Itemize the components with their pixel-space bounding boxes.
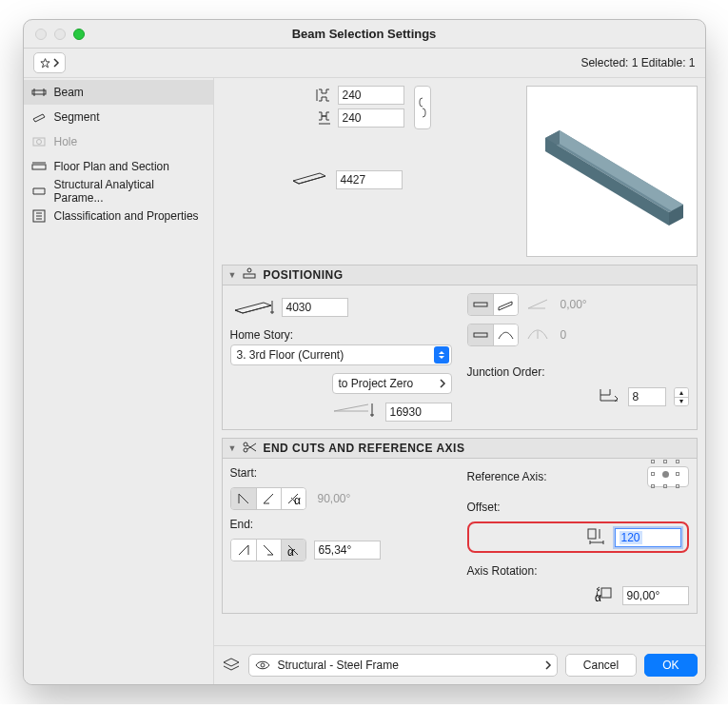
svg-marker-14 (545, 138, 669, 226)
profile-height-icon (317, 88, 332, 103)
section-positioning-header[interactable]: ▼ POSITIONING (222, 265, 698, 285)
length-input[interactable]: 4427 (336, 170, 403, 189)
axis-rotation-input[interactable]: 90,00° (622, 586, 689, 605)
slant-angle-icon (526, 297, 549, 313)
offset-input[interactable]: 120 (615, 528, 681, 547)
start-vertical-cut[interactable] (231, 488, 256, 509)
selection-status: Selected: 1 Editable: 1 (580, 56, 695, 69)
profile-width-icon (317, 110, 332, 126)
segment-icon (31, 109, 47, 125)
start-perp-cut[interactable] (256, 488, 281, 509)
reference-axis-anchor[interactable] (647, 466, 689, 487)
svg-rect-5 (32, 165, 46, 169)
elevation-input[interactable]: 4030 (282, 298, 348, 317)
end-custom-cut[interactable]: α (281, 540, 305, 560)
beam-shape-toggle[interactable] (467, 293, 519, 316)
titlebar: Beam Selection Settings (24, 20, 705, 49)
start-angle-input: 90,00° (314, 489, 381, 508)
svg-rect-26 (601, 588, 611, 598)
link-dims-button[interactable] (414, 86, 431, 129)
favorites-button[interactable] (33, 52, 66, 73)
curved-plan-option[interactable] (493, 324, 518, 345)
section-endcuts-header[interactable]: ▼ END CUTS AND REFERENCE AXIS (222, 438, 698, 459)
layer-select[interactable]: Structural - Steel Frame (248, 654, 558, 677)
beam-plan-toggle[interactable] (467, 324, 519, 346)
end-angle-input[interactable]: 65,34° (314, 541, 381, 560)
length-icon (288, 167, 330, 191)
start-cut-type-toggle[interactable]: α (230, 487, 306, 510)
anchor-grid-icon (651, 460, 685, 494)
positioning-icon (242, 267, 257, 284)
traffic-lights (35, 29, 85, 40)
straight-plan-option[interactable] (468, 324, 493, 345)
sidebar-item-classification[interactable]: Classification and Properties (24, 204, 213, 228)
beam-icon (31, 85, 47, 100)
home-story-label: Home Story: (230, 328, 452, 342)
svg-point-20 (244, 442, 247, 446)
offset-icon (586, 527, 607, 547)
sidebar-item-beam[interactable]: Beam (24, 80, 213, 105)
sidebar-item-structural[interactable]: Structural Analytical Parame... (24, 179, 213, 204)
height-input[interactable]: 240 (338, 86, 404, 105)
sidebar-item-label: Segment (54, 110, 100, 124)
eye-icon (255, 659, 270, 671)
select-caret-icon (434, 346, 449, 364)
svg-point-21 (244, 448, 247, 452)
sidebar: Beam Segment Hole Floor Plan and Section… (24, 78, 214, 684)
end-perp-cut[interactable] (256, 540, 281, 560)
reference-axis-label: Reference Axis: (467, 470, 547, 483)
disclosure-triangle-icon: ▼ (228, 443, 237, 453)
home-story-select[interactable]: 3. 3rd Floor (Current) (230, 344, 452, 365)
content: Beam Segment Hole Floor Plan and Section… (24, 77, 705, 684)
sidebar-item-floorplan[interactable]: Floor Plan and Section (24, 154, 213, 179)
svg-point-17 (247, 268, 251, 272)
cancel-button[interactable]: Cancel (565, 654, 637, 677)
dimensions-block: 240 240 4427 (222, 86, 698, 257)
svg-marker-12 (560, 130, 683, 218)
sidebar-item-segment[interactable]: Segment (24, 105, 213, 129)
offset-label: Offset: (467, 501, 689, 514)
minimize-button[interactable] (54, 29, 66, 40)
end-cut-type-toggle[interactable]: α (230, 539, 306, 561)
junction-order-label: Junction Order: (467, 365, 689, 379)
project-zero-input[interactable]: 16930 (385, 403, 452, 422)
width-input[interactable]: 240 (338, 108, 404, 128)
sidebar-item-label: Hole (54, 135, 78, 148)
ok-button[interactable]: OK (644, 654, 697, 677)
chevron-right-icon (53, 58, 59, 68)
axis-rotation-label: Axis Rotation: (467, 564, 689, 578)
structural-icon (31, 184, 47, 199)
rotation-icon: α (594, 585, 615, 605)
floorplan-icon (31, 159, 47, 174)
junction-order-stepper[interactable]: ▴▾ (674, 387, 689, 406)
junction-order-input[interactable]: 8 (628, 387, 666, 406)
slant-angle-input: 0,00° (557, 295, 623, 314)
preview-3d[interactable] (526, 86, 698, 257)
section-title: END CUTS AND REFERENCE AXIS (263, 442, 464, 455)
svg-text:α: α (294, 494, 301, 507)
slanted-beam-option[interactable] (493, 294, 518, 315)
reference-level-button[interactable]: to Project Zero (332, 373, 452, 394)
start-custom-cut[interactable]: α (281, 488, 305, 509)
chevron-right-icon (440, 379, 445, 388)
layer-name: Structural - Steel Frame (278, 659, 399, 672)
maximize-button[interactable] (73, 29, 85, 40)
svg-text:α: α (287, 545, 294, 559)
svg-rect-24 (588, 529, 596, 539)
star-icon (39, 57, 51, 69)
sidebar-item-hole: Hole (24, 129, 213, 154)
straight-beam-option[interactable] (468, 294, 493, 315)
toolbar: Selected: 1 Editable: 1 (24, 49, 705, 77)
project-zero-icon (330, 402, 378, 422)
sidebar-item-label: Classification and Properties (54, 209, 199, 223)
chain-link-icon (418, 96, 427, 119)
close-button[interactable] (35, 29, 47, 40)
end-vertical-cut[interactable] (231, 540, 256, 560)
svg-rect-18 (474, 303, 487, 306)
section-endcuts-body: Start: α 90,00° End: (222, 459, 698, 614)
svg-point-28 (261, 663, 265, 667)
junction-icon (598, 386, 620, 406)
sidebar-item-label: Beam (54, 86, 84, 99)
main-scroll: 240 240 4427 (214, 78, 705, 645)
beam-3d-icon (531, 90, 693, 252)
